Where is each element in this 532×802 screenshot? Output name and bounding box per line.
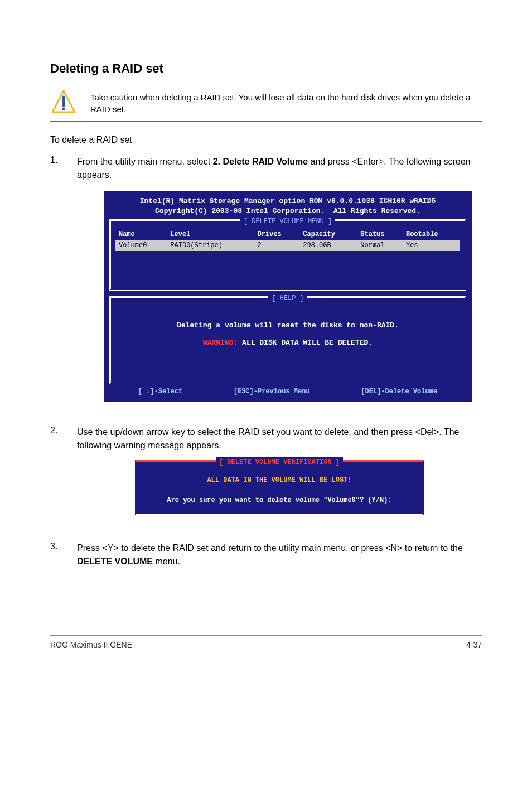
cell-drives: 2 <box>254 240 300 251</box>
caution-icon <box>50 89 77 118</box>
cell-status: Normal <box>357 240 403 251</box>
cell-capacity: 298.0GB <box>299 240 357 251</box>
step-1-bold: 2. Delete RAID Volume <box>213 157 308 166</box>
bios-title-line2: Copyright(C) 2003-08 Intel Corporation. … <box>155 207 420 215</box>
table-row[interactable]: Volume0 RAID0(Stripe) 2 298.0GB Normal Y… <box>115 240 460 251</box>
cell-bootable: Yes <box>403 240 460 251</box>
step-2: Use the up/down arrow key to select the … <box>77 426 482 532</box>
page-footer: ROG Maximus II GENE 4-37 <box>50 635 482 649</box>
table-header-row: Name Level Drives Capacity Status Bootab… <box>115 229 460 240</box>
verify-title: [ DELETE VOLUME VERIFICATION ] <box>216 457 343 467</box>
caution-text: Take caution when deleting a RAID set. Y… <box>90 91 482 115</box>
help-box: [ HELP ] Deleting a volume will reset th… <box>109 296 466 384</box>
help-label: [ HELP ] <box>268 293 307 303</box>
bios-title-line1: Intel(R) Matrix Storage Manager option R… <box>140 197 436 205</box>
footer-del: [DEL]-Delete Volume <box>361 386 437 397</box>
caution-block: Take caution when deleting a RAID set. Y… <box>50 85 482 122</box>
col-status: Status <box>357 229 403 240</box>
cell-name: Volume0 <box>115 240 167 251</box>
step-3-pre: Press <Y> to delete the RAID set and ret… <box>77 543 463 553</box>
col-name: Name <box>115 229 167 240</box>
verify-prompt[interactable]: Are you sure you want to delete volume "… <box>142 495 417 505</box>
step-2-pre: Use the up/down arrow key to select the … <box>77 427 459 450</box>
footer-left: ROG Maximus II GENE <box>50 640 132 649</box>
help-warning-prefix: WARNING: <box>203 339 238 347</box>
step-1: From the utility main menu, select 2. De… <box>77 155 482 416</box>
verify-dialog: [ DELETE VOLUME VERIFICATION ] ALL DATA … <box>134 460 424 516</box>
step-1-pre: From the utility main menu, select <box>77 157 213 166</box>
footer-right: 4-37 <box>466 640 482 649</box>
col-bootable: Bootable <box>403 229 460 240</box>
bios-footer: [↑↓]-Select [ESC]-Previous Menu [DEL]-De… <box>107 384 468 397</box>
help-line-1: Deleting a volume will reset the disks t… <box>121 320 454 332</box>
cell-level: RAID0(Stripe) <box>167 240 254 251</box>
section-heading: Deleting a RAID set <box>50 61 482 76</box>
step-3-bold: DELETE VOLUME <box>77 557 153 566</box>
col-capacity: Capacity <box>299 229 357 240</box>
delete-volume-menu: [ DELETE VOLUME MENU ] Name Level Drives… <box>109 219 466 291</box>
footer-esc: [ESC]-Previous Menu <box>234 386 310 397</box>
bios-screen: Intel(R) Matrix Storage Manager option R… <box>104 191 472 402</box>
col-drives: Drives <box>254 229 300 240</box>
step-3-post: menu. <box>153 557 180 566</box>
step-3: Press <Y> to delete the RAID set and ret… <box>77 542 482 568</box>
subheading: To delete a RAID set <box>50 135 482 145</box>
delete-volume-menu-label: [ DELETE VOLUME MENU ] <box>240 216 335 226</box>
bios-title: Intel(R) Matrix Storage Manager option R… <box>107 196 468 216</box>
footer-select: [↑↓]-Select <box>138 386 182 397</box>
verify-lost-line: ALL DATA IN THE VOLUME WILL BE LOST! <box>142 475 417 485</box>
help-warning-rest: ALL DISK DATA WILL BE DELETED. <box>238 339 373 347</box>
svg-point-2 <box>62 107 65 110</box>
volume-table: Name Level Drives Capacity Status Bootab… <box>115 229 460 251</box>
col-level: Level <box>167 229 254 240</box>
